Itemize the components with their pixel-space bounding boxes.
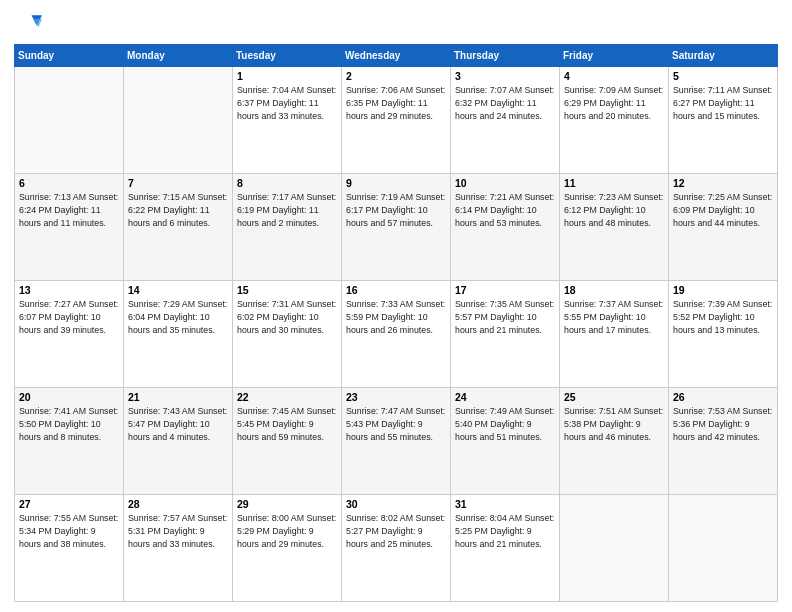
day-info: Sunrise: 7:19 AM Sunset: 6:17 PM Dayligh… — [346, 191, 446, 229]
day-info: Sunrise: 7:13 AM Sunset: 6:24 PM Dayligh… — [19, 191, 119, 229]
day-number: 21 — [128, 391, 228, 403]
calendar-cell: 14Sunrise: 7:29 AM Sunset: 6:04 PM Dayli… — [124, 281, 233, 388]
day-info: Sunrise: 7:45 AM Sunset: 5:45 PM Dayligh… — [237, 405, 337, 443]
day-info: Sunrise: 7:33 AM Sunset: 5:59 PM Dayligh… — [346, 298, 446, 336]
calendar-cell: 2Sunrise: 7:06 AM Sunset: 6:35 PM Daylig… — [342, 67, 451, 174]
day-number: 12 — [673, 177, 773, 189]
day-info: Sunrise: 7:17 AM Sunset: 6:19 PM Dayligh… — [237, 191, 337, 229]
calendar-week-row: 1Sunrise: 7:04 AM Sunset: 6:37 PM Daylig… — [15, 67, 778, 174]
day-info: Sunrise: 7:35 AM Sunset: 5:57 PM Dayligh… — [455, 298, 555, 336]
day-info: Sunrise: 7:57 AM Sunset: 5:31 PM Dayligh… — [128, 512, 228, 550]
calendar-cell: 22Sunrise: 7:45 AM Sunset: 5:45 PM Dayli… — [233, 388, 342, 495]
day-number: 24 — [455, 391, 555, 403]
day-info: Sunrise: 7:04 AM Sunset: 6:37 PM Dayligh… — [237, 84, 337, 122]
day-number: 11 — [564, 177, 664, 189]
calendar-cell: 25Sunrise: 7:51 AM Sunset: 5:38 PM Dayli… — [560, 388, 669, 495]
calendar-cell — [560, 495, 669, 602]
day-info: Sunrise: 7:43 AM Sunset: 5:47 PM Dayligh… — [128, 405, 228, 443]
calendar-table: SundayMondayTuesdayWednesdayThursdayFrid… — [14, 44, 778, 602]
day-number: 2 — [346, 70, 446, 82]
day-number: 10 — [455, 177, 555, 189]
calendar-week-row: 6Sunrise: 7:13 AM Sunset: 6:24 PM Daylig… — [15, 174, 778, 281]
day-info: Sunrise: 7:15 AM Sunset: 6:22 PM Dayligh… — [128, 191, 228, 229]
calendar-cell: 3Sunrise: 7:07 AM Sunset: 6:32 PM Daylig… — [451, 67, 560, 174]
weekday-header: Tuesday — [233, 45, 342, 67]
calendar-cell: 31Sunrise: 8:04 AM Sunset: 5:25 PM Dayli… — [451, 495, 560, 602]
calendar-cell: 10Sunrise: 7:21 AM Sunset: 6:14 PM Dayli… — [451, 174, 560, 281]
calendar-cell: 13Sunrise: 7:27 AM Sunset: 6:07 PM Dayli… — [15, 281, 124, 388]
day-info: Sunrise: 7:29 AM Sunset: 6:04 PM Dayligh… — [128, 298, 228, 336]
day-info: Sunrise: 7:07 AM Sunset: 6:32 PM Dayligh… — [455, 84, 555, 122]
day-number: 4 — [564, 70, 664, 82]
day-number: 3 — [455, 70, 555, 82]
day-number: 6 — [19, 177, 119, 189]
day-number: 1 — [237, 70, 337, 82]
day-info: Sunrise: 7:55 AM Sunset: 5:34 PM Dayligh… — [19, 512, 119, 550]
calendar-week-row: 27Sunrise: 7:55 AM Sunset: 5:34 PM Dayli… — [15, 495, 778, 602]
day-number: 30 — [346, 498, 446, 510]
day-number: 25 — [564, 391, 664, 403]
calendar-cell: 4Sunrise: 7:09 AM Sunset: 6:29 PM Daylig… — [560, 67, 669, 174]
header — [14, 10, 778, 38]
calendar-cell — [669, 495, 778, 602]
day-info: Sunrise: 7:23 AM Sunset: 6:12 PM Dayligh… — [564, 191, 664, 229]
day-info: Sunrise: 8:02 AM Sunset: 5:27 PM Dayligh… — [346, 512, 446, 550]
day-number: 27 — [19, 498, 119, 510]
day-info: Sunrise: 7:31 AM Sunset: 6:02 PM Dayligh… — [237, 298, 337, 336]
weekday-header: Monday — [124, 45, 233, 67]
day-number: 9 — [346, 177, 446, 189]
day-info: Sunrise: 7:06 AM Sunset: 6:35 PM Dayligh… — [346, 84, 446, 122]
weekday-header: Sunday — [15, 45, 124, 67]
calendar-cell: 26Sunrise: 7:53 AM Sunset: 5:36 PM Dayli… — [669, 388, 778, 495]
day-info: Sunrise: 7:47 AM Sunset: 5:43 PM Dayligh… — [346, 405, 446, 443]
day-number: 8 — [237, 177, 337, 189]
calendar-cell: 28Sunrise: 7:57 AM Sunset: 5:31 PM Dayli… — [124, 495, 233, 602]
calendar-cell — [15, 67, 124, 174]
day-number: 31 — [455, 498, 555, 510]
day-number: 14 — [128, 284, 228, 296]
calendar-cell: 17Sunrise: 7:35 AM Sunset: 5:57 PM Dayli… — [451, 281, 560, 388]
day-number: 26 — [673, 391, 773, 403]
calendar-cell — [124, 67, 233, 174]
day-number: 5 — [673, 70, 773, 82]
weekday-header: Wednesday — [342, 45, 451, 67]
day-number: 7 — [128, 177, 228, 189]
day-number: 13 — [19, 284, 119, 296]
day-number: 22 — [237, 391, 337, 403]
day-info: Sunrise: 7:53 AM Sunset: 5:36 PM Dayligh… — [673, 405, 773, 443]
logo-icon — [14, 10, 42, 38]
calendar-cell: 9Sunrise: 7:19 AM Sunset: 6:17 PM Daylig… — [342, 174, 451, 281]
calendar-cell: 18Sunrise: 7:37 AM Sunset: 5:55 PM Dayli… — [560, 281, 669, 388]
day-info: Sunrise: 7:09 AM Sunset: 6:29 PM Dayligh… — [564, 84, 664, 122]
day-info: Sunrise: 7:21 AM Sunset: 6:14 PM Dayligh… — [455, 191, 555, 229]
day-number: 28 — [128, 498, 228, 510]
day-number: 20 — [19, 391, 119, 403]
day-number: 23 — [346, 391, 446, 403]
day-number: 17 — [455, 284, 555, 296]
calendar-cell: 15Sunrise: 7:31 AM Sunset: 6:02 PM Dayli… — [233, 281, 342, 388]
day-info: Sunrise: 7:39 AM Sunset: 5:52 PM Dayligh… — [673, 298, 773, 336]
calendar-week-row: 13Sunrise: 7:27 AM Sunset: 6:07 PM Dayli… — [15, 281, 778, 388]
day-info: Sunrise: 7:41 AM Sunset: 5:50 PM Dayligh… — [19, 405, 119, 443]
day-info: Sunrise: 8:04 AM Sunset: 5:25 PM Dayligh… — [455, 512, 555, 550]
day-number: 19 — [673, 284, 773, 296]
calendar-cell: 24Sunrise: 7:49 AM Sunset: 5:40 PM Dayli… — [451, 388, 560, 495]
calendar-cell: 19Sunrise: 7:39 AM Sunset: 5:52 PM Dayli… — [669, 281, 778, 388]
calendar-cell: 1Sunrise: 7:04 AM Sunset: 6:37 PM Daylig… — [233, 67, 342, 174]
calendar-cell: 6Sunrise: 7:13 AM Sunset: 6:24 PM Daylig… — [15, 174, 124, 281]
page: SundayMondayTuesdayWednesdayThursdayFrid… — [0, 0, 792, 612]
calendar-cell: 30Sunrise: 8:02 AM Sunset: 5:27 PM Dayli… — [342, 495, 451, 602]
calendar-cell: 20Sunrise: 7:41 AM Sunset: 5:50 PM Dayli… — [15, 388, 124, 495]
day-number: 15 — [237, 284, 337, 296]
calendar-cell: 29Sunrise: 8:00 AM Sunset: 5:29 PM Dayli… — [233, 495, 342, 602]
calendar-cell: 16Sunrise: 7:33 AM Sunset: 5:59 PM Dayli… — [342, 281, 451, 388]
calendar-cell: 27Sunrise: 7:55 AM Sunset: 5:34 PM Dayli… — [15, 495, 124, 602]
calendar-cell: 7Sunrise: 7:15 AM Sunset: 6:22 PM Daylig… — [124, 174, 233, 281]
day-info: Sunrise: 7:51 AM Sunset: 5:38 PM Dayligh… — [564, 405, 664, 443]
calendar-cell: 11Sunrise: 7:23 AM Sunset: 6:12 PM Dayli… — [560, 174, 669, 281]
day-number: 16 — [346, 284, 446, 296]
day-info: Sunrise: 7:25 AM Sunset: 6:09 PM Dayligh… — [673, 191, 773, 229]
calendar-cell: 23Sunrise: 7:47 AM Sunset: 5:43 PM Dayli… — [342, 388, 451, 495]
weekday-header: Friday — [560, 45, 669, 67]
day-number: 18 — [564, 284, 664, 296]
